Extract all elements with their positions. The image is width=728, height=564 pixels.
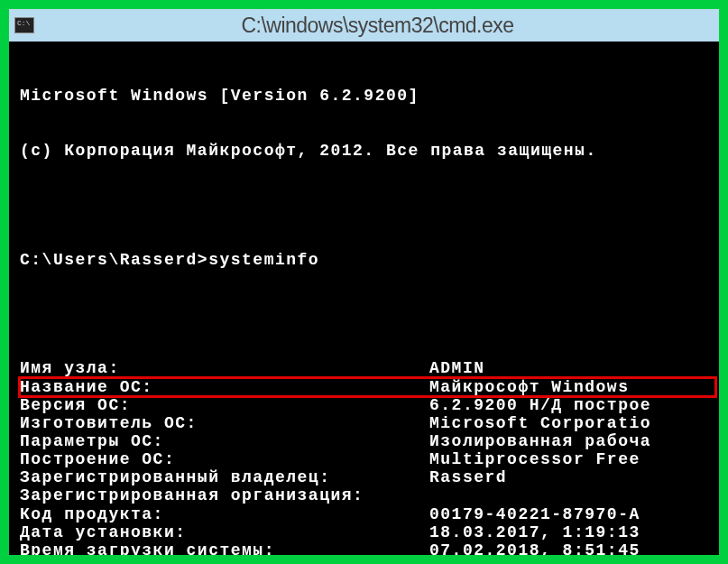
- titlebar[interactable]: C:\windows\system32\cmd.exe: [9, 9, 719, 42]
- info-value: Microsoft Corporatio: [429, 414, 651, 432]
- info-row: Построение ОС:Multiprocessor Free: [20, 450, 715, 468]
- info-row: Изготовитель ОС:Microsoft Corporatio: [20, 414, 715, 432]
- prompt-path: C:\Users\Rasserd>: [20, 251, 208, 269]
- info-label: Имя узла:: [20, 359, 429, 377]
- window-title: C:\windows\system32\cmd.exe: [41, 14, 714, 38]
- cmd-icon: [14, 17, 34, 33]
- info-label: Название ОС:: [20, 378, 429, 396]
- window-frame: C:\windows\system32\cmd.exe Microsoft Wi…: [0, 0, 728, 564]
- info-label: Зарегистрированный владелец:: [20, 468, 429, 486]
- info-label: Версия ОС:: [20, 396, 429, 414]
- info-row: Название ОС:Майкрософт Windows: [20, 378, 715, 396]
- info-value: 18.03.2017, 1:19:13: [429, 523, 640, 541]
- info-row: Код продукта:00179-40221-87970-A: [20, 505, 715, 523]
- info-label: Дата установки:: [20, 523, 429, 541]
- header-line-2: (c) Корпорация Майкрософт, 2012. Все пра…: [20, 142, 715, 160]
- info-row: Параметры ОС:Изолированная рабоча: [20, 432, 715, 450]
- info-row: Зарегистрированная организация:: [20, 486, 715, 504]
- info-label: Изготовитель ОС:: [20, 414, 429, 432]
- info-row: Имя узла:ADMIN: [20, 359, 715, 377]
- info-value: 07.02.2018, 8:51:45: [429, 541, 640, 555]
- prompt-line: C:\Users\Rasserd>systeminfo: [20, 251, 715, 269]
- prompt-command: systeminfo: [208, 251, 319, 269]
- info-value: Майкрософт Windows: [429, 378, 629, 396]
- info-value: ADMIN: [429, 359, 485, 377]
- info-row: Дата установки:18.03.2017, 1:19:13: [20, 523, 715, 541]
- terminal-output[interactable]: Microsoft Windows [Version 6.2.9200] (c)…: [9, 42, 719, 555]
- info-value: Rasserd: [429, 468, 507, 486]
- info-label: Зарегистрированная организация:: [20, 486, 429, 504]
- info-value: Изолированная рабоча: [429, 432, 651, 450]
- info-label: Код продукта:: [20, 505, 429, 523]
- header-line-1: Microsoft Windows [Version 6.2.9200]: [20, 87, 715, 105]
- info-label: Параметры ОС:: [20, 432, 429, 450]
- info-value: Multiprocessor Free: [429, 450, 640, 468]
- info-value: 6.2.9200 Н/Д построе: [429, 396, 651, 414]
- info-row: Время загрузки системы:07.02.2018, 8:51:…: [20, 541, 715, 555]
- info-value: 00179-40221-87970-A: [429, 505, 640, 523]
- info-label: Время загрузки системы:: [20, 541, 429, 555]
- info-label: Построение ОС:: [20, 450, 429, 468]
- info-row: Версия ОС:6.2.9200 Н/Д построе: [20, 396, 715, 414]
- info-row: Зарегистрированный владелец:Rasserd: [20, 468, 715, 486]
